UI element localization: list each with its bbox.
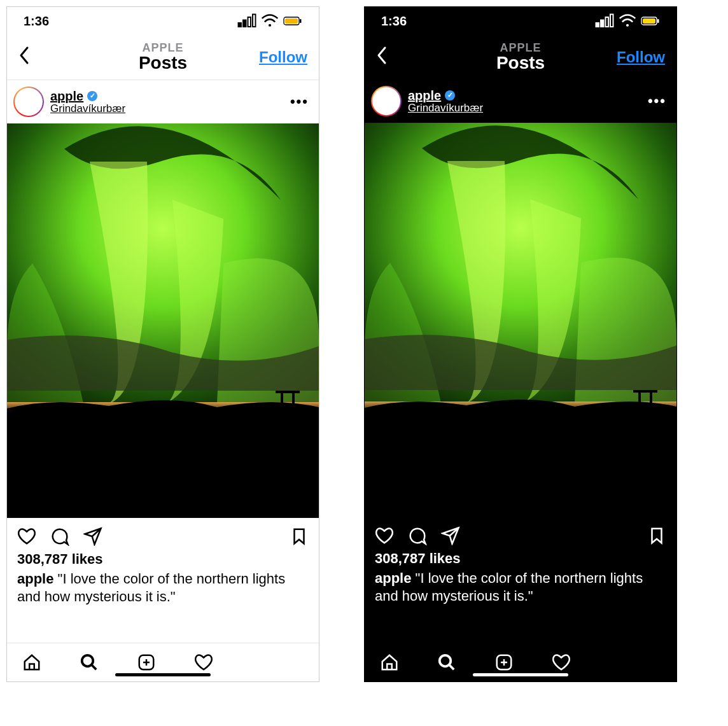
post-action-row (7, 518, 319, 550)
svg-rect-14 (287, 391, 300, 393)
phone-dark: 1:36 APPLE Posts Follow apple (364, 6, 677, 682)
post-location[interactable]: Grindavíkurbær (408, 102, 483, 115)
svg-rect-23 (657, 19, 659, 23)
post-more-button[interactable]: ••• (648, 93, 666, 109)
caption-username[interactable]: apple (375, 570, 411, 586)
bookmark-icon[interactable] (647, 526, 666, 545)
follow-button[interactable]: Follow (259, 48, 307, 66)
post-header: apple Grindavíkurbær ••• (365, 80, 676, 123)
svg-rect-12 (276, 391, 288, 393)
post-caption: apple "I love the color of the northern … (365, 569, 676, 604)
tab-activity[interactable] (194, 653, 213, 672)
verified-badge-icon (87, 91, 97, 101)
svg-rect-11 (281, 391, 283, 410)
apple-logo-icon (372, 87, 400, 115)
wifi-icon (260, 11, 279, 31)
svg-rect-2 (248, 17, 251, 27)
status-indicators (237, 11, 302, 31)
svg-rect-30 (650, 390, 652, 409)
post-image[interactable] (7, 123, 319, 518)
post-header: apple Grindavíkurbær ••• (7, 80, 319, 123)
svg-rect-17 (596, 23, 599, 27)
post-more-button[interactable]: ••• (290, 94, 309, 110)
svg-rect-1 (243, 20, 246, 27)
status-bar: 1:36 (7, 7, 319, 35)
likes-count[interactable]: 308,787 likes (7, 550, 319, 570)
post-action-row (365, 517, 676, 549)
post-username[interactable]: apple (50, 89, 83, 103)
avatar[interactable] (13, 87, 44, 117)
status-time: 1:36 (24, 14, 49, 29)
svg-rect-7 (285, 18, 298, 24)
like-icon[interactable] (17, 527, 36, 546)
apple-logo-icon (15, 88, 43, 116)
comment-icon[interactable] (50, 527, 69, 546)
status-bar: 1:36 (365, 7, 676, 35)
status-indicators (595, 11, 660, 31)
share-icon[interactable] (83, 527, 102, 546)
svg-point-32 (440, 655, 451, 667)
nav-bar: APPLE Posts Follow (365, 35, 676, 80)
phone-light: 1:36 APPLE Posts Follow apple (6, 6, 319, 682)
likes-count[interactable]: 308,787 likes (365, 549, 676, 569)
svg-point-21 (626, 24, 629, 27)
follow-button[interactable]: Follow (617, 48, 665, 66)
status-time: 1:36 (381, 14, 407, 29)
svg-rect-28 (638, 390, 641, 409)
svg-point-15 (82, 655, 94, 667)
tab-add[interactable] (494, 653, 514, 672)
avatar[interactable] (371, 86, 402, 116)
post-username[interactable]: apple (408, 88, 441, 102)
svg-rect-13 (292, 391, 295, 410)
battery-icon (283, 11, 302, 31)
caption-text: "I love the color of the northern lights… (17, 571, 285, 604)
tab-activity[interactable] (552, 653, 571, 672)
svg-rect-20 (610, 15, 613, 27)
svg-rect-3 (253, 15, 256, 27)
battery-icon (641, 11, 660, 31)
home-indicator[interactable] (473, 673, 568, 676)
cellular-icon (237, 11, 256, 31)
caption-username[interactable]: apple (17, 571, 53, 587)
svg-point-4 (269, 24, 271, 27)
cellular-icon (595, 11, 614, 31)
svg-rect-29 (633, 390, 646, 393)
nav-bar: APPLE Posts Follow (7, 35, 319, 80)
svg-rect-0 (239, 23, 242, 27)
svg-rect-6 (300, 19, 302, 23)
svg-rect-24 (643, 18, 655, 24)
caption-text: "I love the color of the northern lights… (375, 570, 643, 604)
svg-rect-19 (606, 17, 609, 27)
svg-rect-31 (645, 390, 657, 393)
post-location[interactable]: Grindavíkurbær (50, 103, 125, 115)
verified-badge-icon (445, 90, 455, 101)
back-button[interactable] (18, 46, 30, 69)
tab-home[interactable] (380, 653, 399, 672)
tab-search[interactable] (437, 653, 456, 672)
post-image[interactable] (365, 123, 676, 517)
like-icon[interactable] (375, 526, 394, 545)
back-button[interactable] (376, 46, 388, 69)
tab-add[interactable] (137, 653, 156, 672)
post-caption: apple "I love the color of the northern … (7, 570, 319, 605)
bookmark-icon[interactable] (290, 527, 309, 546)
tab-search[interactable] (80, 653, 99, 672)
share-icon[interactable] (441, 526, 460, 545)
tab-home[interactable] (22, 653, 41, 672)
svg-rect-18 (601, 20, 604, 27)
comment-icon[interactable] (408, 526, 427, 545)
home-indicator[interactable] (115, 673, 211, 676)
wifi-icon (618, 11, 637, 31)
